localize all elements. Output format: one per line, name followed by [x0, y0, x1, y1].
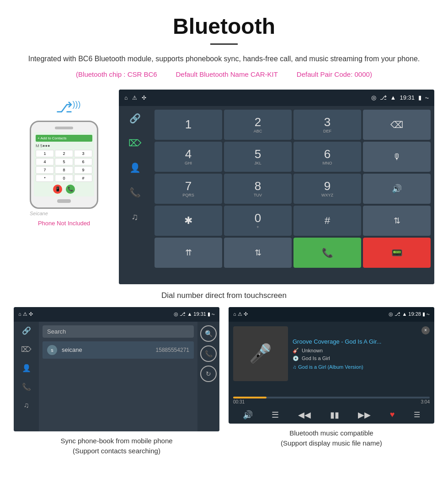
pb-wifi-icon: ▲ — [187, 311, 192, 317]
pb-contact-row[interactable]: s seicane 15885554271 — [43, 341, 194, 359]
time-total: 3:04 — [421, 399, 430, 404]
dial-key-2[interactable]: 2 ABC — [224, 110, 292, 140]
music-time: 19:28 — [408, 311, 421, 317]
dial-key-star[interactable]: ✱ — [155, 206, 222, 236]
spec-code: Default Pair Code: 0000) — [297, 70, 372, 78]
next-track-button[interactable]: ▶▶ — [358, 410, 371, 420]
bluetooth-icon: ⎇ — [56, 99, 73, 116]
dial-key-hold[interactable]: ⇅ — [224, 238, 292, 268]
hash-key: # — [325, 216, 330, 226]
playlist-button[interactable]: ☰ — [414, 410, 420, 419]
phone-key-8[interactable]: 8 — [55, 166, 73, 174]
pb-dialpad-icon[interactable]: ⌦ — [21, 345, 32, 354]
dial-key-3[interactable]: 3 DEF — [293, 110, 361, 140]
music-back-icon[interactable]: ⏦ — [427, 311, 430, 317]
swap-icon: ⇅ — [394, 217, 400, 225]
phone-home-button[interactable] — [57, 199, 71, 203]
music-close-button[interactable]: × — [421, 326, 430, 334]
contacts-icon[interactable]: 👤 — [129, 162, 141, 173]
music-left-icons: ⌂ ⚠ ✣ — [233, 311, 248, 317]
music-caption-line1: Bluetooth music compatible — [289, 429, 373, 437]
pb-calls-icon[interactable]: 📞 — [22, 382, 31, 391]
pb-refresh-button[interactable]: ↻ — [200, 366, 217, 382]
specs-line: (Bluetooth chip : CSR BC6 Default Blueto… — [27, 70, 421, 78]
phone-key-4[interactable]: 4 — [36, 158, 54, 165]
description-text: Integrated with BC6 Bluetooth module, su… — [27, 53, 421, 65]
dial-key-mute[interactable]: 🎙 — [363, 142, 431, 172]
dial-key-9[interactable]: 9 WXYZ — [293, 174, 361, 204]
dial-row-1: 1 2 ABC 3 DEF ⌫ — [155, 110, 431, 140]
dial-key-0[interactable]: 0 + — [224, 206, 292, 236]
phone-key-0[interactable]: 0 — [55, 175, 73, 182]
music-caption-line2: (Support display music file name) — [281, 439, 382, 447]
dial-key-merge[interactable]: ⇈ — [155, 238, 222, 268]
progress-times: 00:31 3:04 — [233, 399, 430, 404]
dial-key-backspace[interactable]: ⌫ — [363, 110, 431, 140]
artist-icon: 🎸 — [293, 348, 299, 354]
dial-sub-4: GHI — [185, 161, 192, 165]
phone-key-3[interactable]: 3 — [74, 150, 92, 157]
pb-bt-icon: ⎇ — [180, 311, 186, 317]
music-controls: 🔊 ☰ ◀◀ ▮▮ ▶▶ ♥ ☰ — [229, 406, 434, 424]
dial-key-volume[interactable]: 🔊 — [363, 174, 431, 204]
phone-key-7[interactable]: 7 — [36, 166, 54, 174]
volume-control-icon[interactable]: 🔊 — [243, 410, 253, 420]
pb-link-icon[interactable]: 🔗 — [22, 326, 31, 335]
phone-key-1[interactable]: 1 — [36, 150, 54, 157]
dial-sub-6: MNO — [323, 161, 332, 165]
prev-track-button[interactable]: ◀◀ — [298, 410, 311, 420]
header-section: Bluetooth Integrated with BC6 Bluetooth … — [0, 0, 448, 90]
play-pause-button[interactable]: ▮▮ — [330, 410, 339, 420]
link-icon[interactable]: 🔗 — [129, 113, 141, 124]
favorite-button[interactable]: ♥ — [390, 410, 395, 419]
dial-key-call[interactable]: 📞 — [293, 238, 361, 268]
dial-key-5[interactable]: 5 JKL — [224, 142, 292, 172]
dial-key-7[interactable]: 7 PQRS — [155, 174, 222, 204]
dial-key-endcall[interactable]: 📟 — [363, 238, 431, 268]
mute-icon: 🎙 — [393, 153, 401, 161]
phone-bottom-buttons: 📱 📞 — [36, 185, 92, 194]
music-caption: Bluetooth music compatible (Support disp… — [229, 428, 434, 449]
pb-search-field[interactable]: Search — [43, 325, 194, 338]
progress-bar-background[interactable] — [233, 397, 430, 398]
equalizer-icon[interactable]: ☰ — [272, 410, 279, 420]
pb-usb-icon: ✣ — [29, 311, 33, 317]
dial-key-8[interactable]: 8 TUV — [224, 174, 292, 204]
phone-key-2[interactable]: 2 — [55, 150, 73, 157]
pb-home-icon: ⌂ — [18, 311, 21, 317]
phone-end-button[interactable]: 📱 — [53, 185, 62, 194]
pb-search-button[interactable]: 🔍 — [200, 325, 217, 342]
pb-contacts-icon-active[interactable]: 👤 — [22, 364, 31, 372]
music-icon[interactable]: ♫ — [132, 212, 139, 222]
music-warn-icon: ⚠ — [238, 311, 242, 317]
dial-key-6[interactable]: 6 MNO — [293, 142, 361, 172]
dial-key-hash[interactable]: # — [293, 206, 361, 236]
phone-screen: + Add to Contacts M 5●●● 1 2 3 4 5 6 7 8… — [34, 132, 94, 196]
dial-key-4[interactable]: 4 GHI — [155, 142, 222, 172]
track-active: ♫ God is a Girl (Album Version) — [293, 363, 430, 371]
dial-key-1[interactable]: 1 — [155, 110, 222, 140]
phone-key-6[interactable]: 6 — [74, 158, 92, 165]
gps-icon: ◎ — [371, 94, 376, 101]
usb-icon: ✣ — [142, 95, 146, 101]
phone-key-hash[interactable]: # — [74, 175, 92, 182]
pb-back-icon[interactable]: ⏦ — [212, 311, 215, 317]
phone-call-button[interactable]: 📞 — [66, 185, 75, 194]
android-statusbar: ⌂ ⚠ ✣ ◎ ⎇ ▲ 19:31 ▮ ⏦ — [119, 90, 434, 106]
album-art: 🎤 — [233, 326, 288, 381]
pb-call-button[interactable]: 📞 — [200, 345, 217, 362]
pb-contact-name: seicane — [62, 346, 156, 353]
phone-key-9[interactable]: 9 — [74, 166, 92, 174]
phone-key-5[interactable]: 5 — [55, 158, 73, 165]
music-right-icons: ◎ ⎇ ▲ 19:28 ▮ ⏦ — [389, 311, 430, 317]
dial-key-swap[interactable]: ⇅ — [363, 206, 431, 236]
phone-key-star[interactable]: * — [36, 175, 54, 182]
pb-music-icon[interactable]: ♫ — [24, 401, 29, 409]
wifi-waves-icon: ))) — [73, 100, 81, 109]
dialpad-icon[interactable]: ⌦ — [128, 138, 141, 149]
calls-icon[interactable]: 📞 — [129, 187, 141, 198]
artist-name: Unknown — [302, 348, 323, 353]
music-battery-icon: ▮ — [422, 311, 425, 317]
back-icon[interactable]: ⏦ — [425, 94, 429, 101]
album-icon: 💿 — [293, 356, 299, 361]
